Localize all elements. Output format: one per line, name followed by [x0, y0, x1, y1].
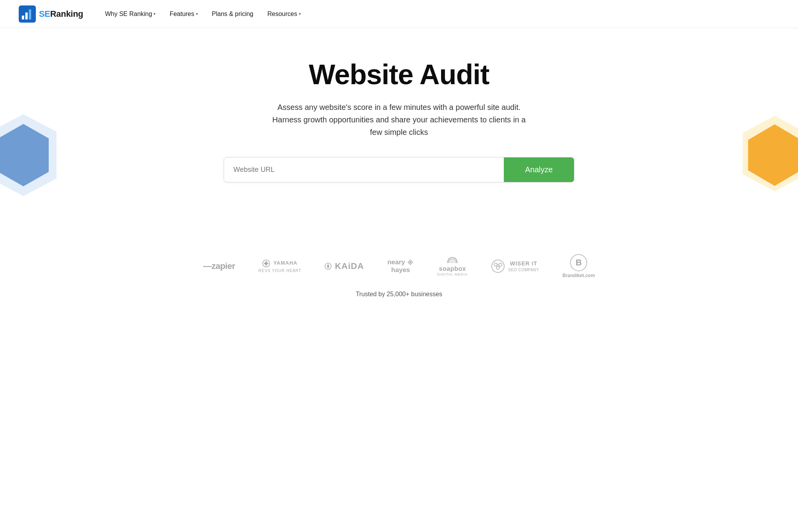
kaida-icon: [325, 263, 332, 270]
nav-item-resources[interactable]: Resources ▾: [261, 7, 307, 21]
nav-link-resources[interactable]: Resources ▾: [261, 7, 307, 21]
url-form: Analyze: [224, 157, 574, 182]
nav-link-plans-pricing[interactable]: Plans & pricing: [206, 7, 260, 21]
wiser-it-icon: [491, 259, 505, 273]
yamaha-logo: YAMAHA Revs your Heart: [258, 260, 301, 273]
neary-hayes-logo: neary hayes: [387, 258, 414, 274]
logos-section: —zapier YAMAHA Revs your Heart KAiDA: [0, 246, 798, 313]
nav-item-why-se-ranking[interactable]: Why SE Ranking ▾: [99, 7, 162, 21]
nearyhayes-icon: [408, 260, 413, 265]
hero-subtitle: Assess any website's score in a few minu…: [270, 101, 528, 138]
logo[interactable]: SERanking: [19, 5, 83, 23]
svg-line-16: [499, 266, 500, 267]
logo-icon: [19, 5, 36, 23]
svg-rect-1: [22, 16, 24, 19]
svg-rect-2: [25, 12, 28, 19]
svg-point-11: [494, 263, 497, 266]
zapier-logo: —zapier: [203, 261, 235, 271]
soapbox-logo: soapbox DIGITAL MEDIA: [437, 256, 468, 276]
hero-title: Website Audit: [309, 59, 489, 90]
hex-decoration-right: [740, 113, 798, 194]
chevron-down-icon: ▾: [154, 12, 155, 16]
navigation: SERanking Why SE Ranking ▾ Features ▾ Pl…: [0, 0, 798, 28]
hex-decoration-left: [0, 110, 62, 200]
yamaha-tuning-icon: [262, 260, 270, 267]
logo-text: SERanking: [39, 9, 83, 19]
nav-link-features[interactable]: Features ▾: [163, 7, 204, 21]
wiser-it-logo: WISER IT SEO COMPANY: [491, 259, 539, 273]
svg-point-12: [499, 263, 502, 266]
chevron-down-icon: ▾: [299, 12, 301, 16]
nav-item-features[interactable]: Features ▾: [163, 7, 204, 21]
nav-link-why-se-ranking[interactable]: Why SE Ranking ▾: [99, 7, 162, 21]
logos-row: —zapier YAMAHA Revs your Heart KAiDA: [203, 254, 595, 278]
analyze-button[interactable]: Analyze: [504, 157, 574, 182]
svg-line-15: [496, 266, 497, 267]
trusted-text: Trusted by 25,000+ businesses: [356, 291, 442, 298]
nav-item-plans-pricing[interactable]: Plans & pricing: [206, 7, 260, 21]
svg-rect-3: [29, 9, 31, 19]
svg-point-13: [496, 266, 500, 269]
brandiket-logo: B Brandiket.com: [562, 254, 595, 278]
nav-links: Why SE Ranking ▾ Features ▾ Plans & pric…: [99, 7, 307, 21]
chevron-down-icon: ▾: [196, 12, 198, 16]
url-input[interactable]: [224, 158, 504, 182]
hero-section: Website Audit Assess any website's score…: [0, 28, 798, 246]
soapbox-icon: [447, 256, 458, 265]
kaida-logo: KAiDA: [325, 261, 364, 271]
